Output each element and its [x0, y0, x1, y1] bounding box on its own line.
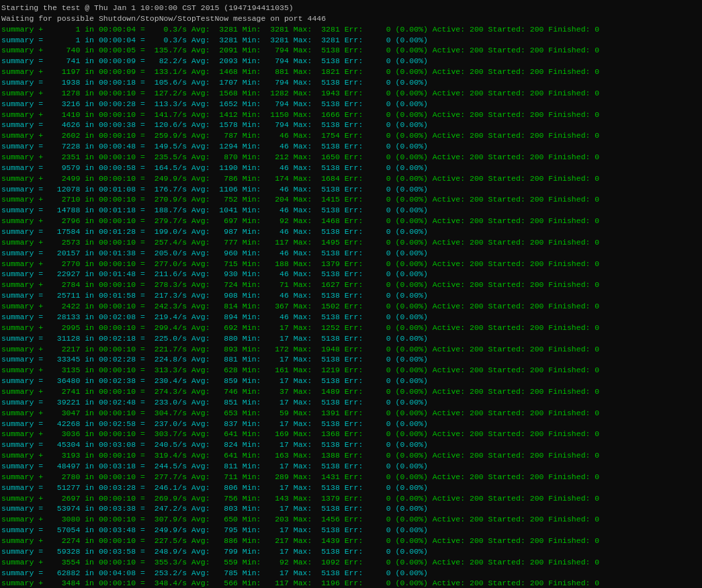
log-line: summary = 48497 in 00:03:18 = 244.5/s Av… [1, 461, 701, 472]
log-line: summary + 2422 in 00:00:10 = 242.3/s Avg… [1, 301, 701, 312]
log-line: summary = 28133 in 00:02:08 = 219.4/s Av… [1, 312, 701, 323]
log-line: summary + 2274 in 00:00:10 = 227.5/s Avg… [1, 536, 701, 546]
log-line: summary + 740 in 00:00:05 = 135.7/s Avg:… [1, 45, 701, 56]
log-line: summary + 2770 in 00:00:10 = 277.0/s Avg… [1, 259, 701, 269]
log-line: summary = 22927 in 00:01:48 = 211.6/s Av… [1, 269, 701, 280]
log-line: summary + 2697 in 00:00:10 = 269.9/s Avg… [1, 493, 701, 504]
log-line: summary + 2573 in 00:00:10 = 257.4/s Avg… [1, 237, 701, 248]
log-line: summary = 12078 in 00:01:08 = 176.7/s Av… [1, 184, 701, 195]
log-line: summary + 2217 in 00:00:10 = 221.7/s Avg… [1, 344, 701, 355]
log-line: summary + 1278 in 00:00:10 = 127.2/s Avg… [1, 88, 701, 99]
log-line: summary = 33345 in 00:02:28 = 224.8/s Av… [1, 354, 701, 365]
log-line: summary = 14788 in 00:01:18 = 188.7/s Av… [1, 205, 701, 216]
log-line: summary + 3554 in 00:00:10 = 355.3/s Avg… [1, 557, 701, 568]
log-line: summary = 53974 in 00:03:38 = 247.2/s Av… [1, 503, 701, 514]
log-line: summary + 3047 in 00:00:10 = 304.7/s Avg… [1, 408, 701, 419]
log-line: summary = 45304 in 00:03:08 = 240.5/s Av… [1, 439, 701, 450]
log-line: summary + 2780 in 00:00:10 = 277.7/s Avg… [1, 472, 701, 482]
log-line: summary + 3036 in 00:00:10 = 303.7/s Avg… [1, 429, 701, 439]
log-line: summary = 7228 in 00:00:48 = 149.5/s Avg… [1, 141, 701, 152]
log-line: summary = 62882 in 00:04:08 = 253.2/s Av… [1, 568, 701, 579]
header-line: Starting the test @ Thu Jan 1 10:00:00 C… [1, 3, 701, 13]
terminal-window: Starting the test @ Thu Jan 1 10:00:00 C… [1, 3, 701, 588]
log-line: summary + 3193 in 00:00:10 = 319.4/s Avg… [1, 450, 701, 461]
log-line: summary = 1938 in 00:00:18 = 105.6/s Avg… [1, 77, 701, 88]
log-line: summary + 3135 in 00:00:10 = 313.3/s Avg… [1, 365, 701, 376]
log-line: summary = 39221 in 00:02:48 = 233.0/s Av… [1, 397, 701, 408]
log-line: summary = 31128 in 00:02:18 = 225.0/s Av… [1, 333, 701, 344]
log-line: summary = 57054 in 00:03:48 = 249.9/s Av… [1, 525, 701, 536]
log-line: summary + 3484 in 00:00:10 = 348.4/s Avg… [1, 578, 701, 588]
log-line: summary + 2602 in 00:00:10 = 259.9/s Avg… [1, 130, 701, 141]
terminal-output: Starting the test @ Thu Jan 1 10:00:00 C… [1, 3, 701, 588]
log-line: summary = 9579 in 00:00:58 = 164.5/s Avg… [1, 163, 701, 173]
log-line: summary = 25711 in 00:01:58 = 217.3/s Av… [1, 290, 701, 301]
log-line: summary + 2351 in 00:00:10 = 235.5/s Avg… [1, 152, 701, 163]
log-line: summary + 1197 in 00:00:09 = 133.1/s Avg… [1, 67, 701, 77]
log-line: summary = 4626 in 00:00:38 = 120.6/s Avg… [1, 120, 701, 130]
log-line: summary + 2796 in 00:00:10 = 279.7/s Avg… [1, 216, 701, 226]
log-line: summary = 36480 in 00:02:38 = 230.4/s Av… [1, 376, 701, 386]
log-line: summary + 2995 in 00:00:10 = 299.4/s Avg… [1, 323, 701, 333]
log-line: summary = 20157 in 00:01:38 = 205.0/s Av… [1, 248, 701, 259]
log-line: summary + 2710 in 00:00:10 = 270.9/s Avg… [1, 194, 701, 205]
log-line: summary + 3080 in 00:00:10 = 307.9/s Avg… [1, 514, 701, 525]
log-line: summary + 2784 in 00:00:10 = 278.3/s Avg… [1, 280, 701, 290]
log-line: summary = 51277 in 00:03:28 = 246.1/s Av… [1, 482, 701, 493]
log-line: summary + 1 in 00:00:04 = 0.3/s Avg: 328… [1, 24, 701, 35]
log-line: summary + 1410 in 00:00:10 = 141.7/s Avg… [1, 110, 701, 120]
log-line: summary = 3216 in 00:00:28 = 113.3/s Avg… [1, 99, 701, 110]
log-line: summary = 59328 in 00:03:58 = 248.9/s Av… [1, 546, 701, 557]
log-line: summary = 741 in 00:00:09 = 82.2/s Avg: … [1, 56, 701, 67]
log-line: summary = 42268 in 00:02:58 = 237.0/s Av… [1, 419, 701, 429]
log-line: summary + 2741 in 00:00:10 = 274.3/s Avg… [1, 386, 701, 397]
log-line: summary = 1 in 00:00:04 = 0.3/s Avg: 328… [1, 35, 701, 46]
log-line: summary = 17584 in 00:01:28 = 199.0/s Av… [1, 226, 701, 237]
header-line: Waiting for possible Shutdown/StopNow/St… [1, 13, 701, 24]
log-line: summary + 2499 in 00:00:10 = 249.9/s Avg… [1, 173, 701, 184]
